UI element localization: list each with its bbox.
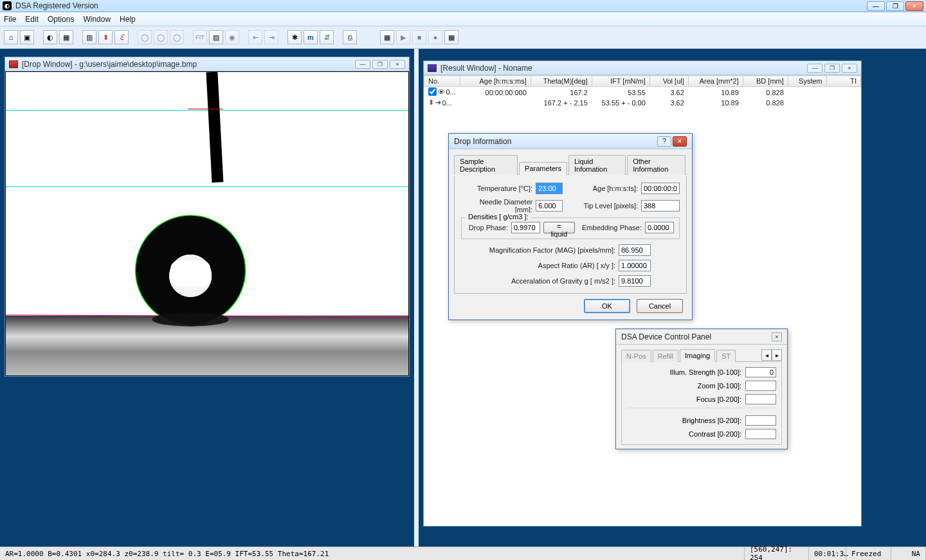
toolbar-btn-12[interactable]: ◉	[225, 30, 239, 44]
toolbar-stop-button[interactable]: ■	[412, 30, 426, 44]
drop-image[interactable]	[5, 71, 409, 376]
panel-tabs: N-Pos Refill Imaging ST ◂ ▸	[621, 348, 782, 362]
tab-imaging[interactable]: Imaging	[680, 349, 715, 362]
toolbar-btn-print[interactable]: ⎙	[343, 30, 357, 44]
gravity-input[interactable]	[619, 275, 651, 287]
panel-title: DSA Device Control Panel	[621, 332, 711, 341]
menu-options[interactable]: Options	[48, 15, 74, 24]
dialog-close-button[interactable]: ×	[673, 136, 687, 147]
menu-help[interactable]: Help	[120, 15, 136, 24]
splitter[interactable]	[414, 49, 419, 546]
drop-window: [Drop Window] - g:\users\jaime\desktop\i…	[5, 57, 410, 377]
embedding-label: Embedding Phase:	[582, 224, 642, 231]
menu-file[interactable]: File	[4, 15, 16, 24]
toolbar-btn-14[interactable]: ⇥	[264, 30, 278, 44]
toolbar-btn-13[interactable]: ⇤	[248, 30, 262, 44]
dialog-tabs: Sample Description Parameters Liquid Inf…	[454, 154, 687, 175]
tab-npos[interactable]: N-Pos	[621, 350, 651, 362]
contrast-input[interactable]	[745, 429, 776, 439]
result-window-max[interactable]: ❐	[824, 64, 840, 73]
ok-button[interactable]: OK	[584, 299, 630, 313]
tab-liquid-information[interactable]: Liquid Infomation	[568, 155, 626, 175]
tip-input[interactable]	[641, 200, 680, 212]
toolbar-btn-17[interactable]: ▦	[380, 30, 394, 44]
needle-input[interactable]	[536, 200, 563, 212]
toolbar-btn-15[interactable]: ✱	[287, 30, 302, 44]
temperature-input[interactable]	[536, 183, 563, 194]
col-bd[interactable]: BD [mm]	[743, 76, 788, 87]
col-ti[interactable]: TI	[826, 76, 860, 87]
col-no[interactable]: No.	[424, 76, 460, 87]
col-area[interactable]: Area [mm*2]	[688, 76, 743, 87]
minimize-button[interactable]: —	[867, 1, 885, 11]
result-window-close[interactable]: ×	[842, 64, 857, 73]
col-theta[interactable]: Theta(M)[deg]	[531, 76, 592, 87]
table-row[interactable]: ⬍➔0... 167.2 + - 2.15 53.55 + - 0.00 3.6…	[424, 98, 861, 107]
dialog-help-button[interactable]: ?	[657, 136, 671, 147]
eye-icon: 👁	[438, 88, 445, 96]
toolbar-btn-2[interactable]: ▣	[20, 30, 34, 44]
focus-input[interactable]	[745, 394, 776, 404]
maximize-button[interactable]: ❐	[886, 1, 904, 11]
drop-window-titlebar[interactable]: [Drop Window] - g:\users\jaime\desktop\i…	[5, 57, 409, 71]
drop-phase-input[interactable]	[511, 222, 540, 233]
toolbar-btn-4[interactable]: ▦	[59, 30, 73, 44]
mag-input[interactable]	[619, 244, 651, 256]
embedding-input[interactable]	[645, 222, 674, 233]
result-window-min[interactable]: —	[807, 64, 822, 73]
col-ift[interactable]: IFT [mN/m]	[592, 76, 649, 87]
dialog-title: Drop Information	[454, 137, 511, 146]
col-system[interactable]: System	[788, 76, 826, 87]
toolbar-btn-9[interactable]: ◯	[154, 30, 168, 44]
toolbar-play-button[interactable]: ▶	[396, 30, 410, 44]
col-age[interactable]: Age [h:m:s:ms]	[460, 76, 531, 87]
toolbar-btn-10[interactable]: ◯	[170, 30, 184, 44]
result-table[interactable]: No. Age [h:m:s:ms] Theta(M)[deg] IFT [mN…	[424, 75, 861, 107]
table-row[interactable]: 👁 0... 00:00:00:000 167.2 53.55 3.62 10.…	[424, 87, 861, 98]
toolbar-btn-16[interactable]: ⇵	[320, 30, 334, 44]
toolbar-btn-11[interactable]: ▨	[209, 30, 223, 44]
tab-other-information[interactable]: Other Information	[627, 155, 685, 175]
menubar: File Edit Options Window Help	[0, 12, 926, 26]
toolbar-record-button[interactable]: ●	[428, 30, 442, 44]
tab-scroll-left[interactable]: ◂	[761, 349, 772, 361]
toolbar-btn-3[interactable]: ◐	[43, 30, 57, 44]
panel-close-button[interactable]: ×	[772, 332, 782, 341]
illum-label: Illum. Strength [0-100]:	[670, 368, 741, 376]
age-input[interactable]	[641, 183, 680, 194]
col-vol[interactable]: Vol [ul]	[649, 76, 688, 87]
toolbar-btn-5[interactable]: ▥	[82, 30, 96, 44]
illum-input[interactable]	[745, 367, 776, 377]
drop-window-title: [Drop Window] - g:\users\jaime\desktop\i…	[22, 60, 197, 69]
tab-scroll-right[interactable]: ▸	[772, 349, 782, 361]
drop-window-close[interactable]: ×	[390, 60, 405, 69]
menu-edit[interactable]: Edit	[25, 15, 39, 24]
close-button[interactable]: ×	[905, 1, 923, 11]
dialog-titlebar[interactable]: Drop Information ? ×	[449, 134, 692, 149]
toolbar-btn-8[interactable]: ◯	[138, 30, 152, 44]
equals-liquid-button[interactable]: = liquid	[543, 222, 575, 233]
drop-window-max[interactable]: ❐	[372, 60, 388, 69]
toolbar-btn-18[interactable]: ▦	[444, 30, 458, 44]
toolbar-btn-6[interactable]: ⬍	[98, 30, 113, 44]
panel-titlebar[interactable]: DSA Device Control Panel ×	[616, 329, 787, 345]
drop-window-min[interactable]: —	[355, 60, 370, 69]
toolbar-btn-m[interactable]: m	[304, 30, 318, 44]
toolbar-btn-1[interactable]: ⌂	[4, 30, 18, 44]
row-checkbox[interactable]	[428, 87, 437, 96]
toolbar-btn-fit[interactable]: FIT	[193, 30, 207, 44]
cancel-button[interactable]: Cancel	[637, 299, 683, 313]
result-window-titlebar[interactable]: [Result Window] - Noname — ❐ ×	[424, 61, 861, 75]
toolbar-btn-7[interactable]: Ɛ	[114, 30, 129, 44]
tab-sample-description[interactable]: Sample Description	[454, 155, 518, 175]
focus-label: Focus [0-200]:	[696, 395, 741, 403]
zoom-input[interactable]	[745, 381, 776, 391]
brightness-input[interactable]	[745, 415, 776, 426]
temperature-label: Temperature [°C]:	[461, 185, 532, 192]
densities-fieldset: Densities [ g/cm3 ]: Drop Phase: = liqui…	[461, 217, 680, 239]
tab-parameters[interactable]: Parameters	[519, 162, 567, 175]
menu-window[interactable]: Window	[83, 15, 111, 24]
tab-refill[interactable]: Refill	[653, 350, 678, 362]
ar-input[interactable]	[619, 260, 651, 271]
tab-st[interactable]: ST	[716, 350, 736, 362]
